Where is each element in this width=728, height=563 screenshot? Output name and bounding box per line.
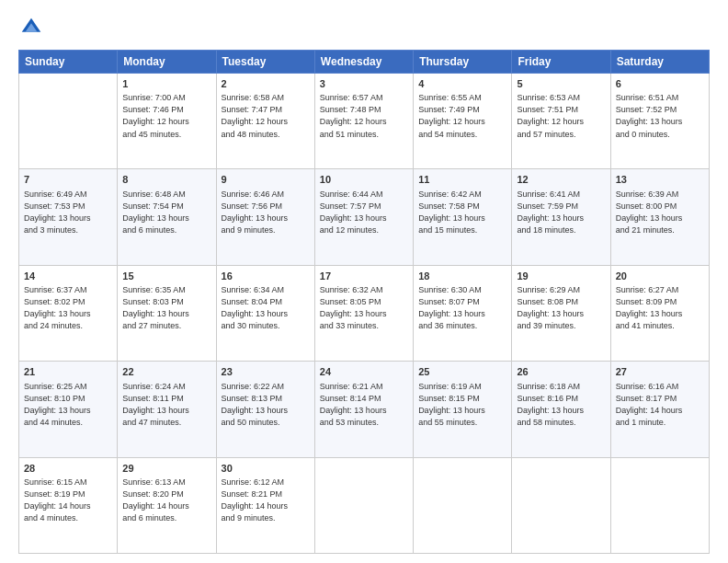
day-number: 14 — [24, 270, 112, 283]
day-cell-4: 4Sunrise: 6:55 AM Sunset: 7:49 PM Daylig… — [414, 74, 512, 169]
day-content: Sunrise: 6:24 AM Sunset: 8:11 PM Dayligh… — [122, 381, 210, 429]
calendar-page: SundayMondayTuesdayWednesdayThursdayFrid… — [0, 0, 728, 563]
day-content: Sunrise: 6:22 AM Sunset: 8:13 PM Dayligh… — [222, 381, 310, 429]
day-content: Sunrise: 6:39 AM Sunset: 8:00 PM Dayligh… — [616, 189, 704, 236]
week-row-1: 1Sunrise: 7:00 AM Sunset: 7:46 PM Daylig… — [19, 74, 710, 169]
day-number: 24 — [320, 365, 408, 379]
day-number: 28 — [24, 462, 112, 476]
day-content: Sunrise: 6:58 AM Sunset: 7:47 PM Dayligh… — [222, 92, 310, 140]
day-content: Sunrise: 6:42 AM Sunset: 7:58 PM Dayligh… — [418, 189, 506, 236]
empty-cell — [414, 457, 512, 553]
header — [18, 15, 710, 40]
day-number: 23 — [222, 365, 310, 379]
day-cell-15: 15Sunrise: 6:35 AM Sunset: 8:03 PM Dayli… — [118, 265, 216, 361]
header-row: SundayMondayTuesdayWednesdayThursdayFrid… — [19, 51, 710, 74]
day-content: Sunrise: 6:41 AM Sunset: 7:59 PM Dayligh… — [517, 189, 605, 236]
header-cell-friday: Friday — [512, 51, 610, 74]
day-cell-11: 11Sunrise: 6:42 AM Sunset: 7:58 PM Dayli… — [414, 169, 512, 265]
day-cell-25: 25Sunrise: 6:19 AM Sunset: 8:15 PM Dayli… — [414, 362, 512, 457]
day-cell-24: 24Sunrise: 6:21 AM Sunset: 8:14 PM Dayli… — [314, 362, 413, 457]
header-cell-tuesday: Tuesday — [216, 51, 314, 74]
day-number: 20 — [616, 270, 704, 283]
day-cell-17: 17Sunrise: 6:32 AM Sunset: 8:05 PM Dayli… — [314, 265, 413, 361]
day-content: Sunrise: 6:21 AM Sunset: 8:14 PM Dayligh… — [320, 381, 408, 429]
day-cell-23: 23Sunrise: 6:22 AM Sunset: 8:13 PM Dayli… — [216, 362, 314, 457]
day-cell-14: 14Sunrise: 6:37 AM Sunset: 8:02 PM Dayli… — [19, 265, 118, 361]
calendar-header: SundayMondayTuesdayWednesdayThursdayFrid… — [19, 51, 710, 74]
day-content: Sunrise: 6:46 AM Sunset: 7:56 PM Dayligh… — [222, 189, 310, 236]
day-number: 26 — [517, 365, 605, 379]
empty-cell — [610, 457, 709, 553]
day-content: Sunrise: 6:49 AM Sunset: 7:53 PM Dayligh… — [24, 189, 112, 236]
day-number: 5 — [517, 77, 605, 91]
day-number: 8 — [122, 173, 210, 187]
day-cell-12: 12Sunrise: 6:41 AM Sunset: 7:59 PM Dayli… — [512, 169, 610, 265]
day-number: 13 — [616, 173, 704, 187]
day-cell-30: 30Sunrise: 6:12 AM Sunset: 8:21 PM Dayli… — [216, 457, 314, 553]
header-cell-monday: Monday — [118, 51, 216, 74]
day-cell-16: 16Sunrise: 6:34 AM Sunset: 8:04 PM Dayli… — [216, 265, 314, 361]
empty-cell — [19, 74, 118, 169]
calendar-body: 1Sunrise: 7:00 AM Sunset: 7:46 PM Daylig… — [19, 74, 710, 554]
day-number: 21 — [24, 365, 112, 379]
logo-icon — [18, 15, 44, 40]
day-number: 25 — [418, 365, 506, 379]
day-cell-13: 13Sunrise: 6:39 AM Sunset: 8:00 PM Dayli… — [610, 169, 709, 265]
day-number: 1 — [122, 77, 210, 91]
day-number: 11 — [418, 173, 506, 187]
day-cell-22: 22Sunrise: 6:24 AM Sunset: 8:11 PM Dayli… — [118, 362, 216, 457]
empty-cell — [512, 457, 610, 553]
day-number: 10 — [320, 173, 408, 187]
header-cell-thursday: Thursday — [414, 51, 512, 74]
day-number: 22 — [122, 365, 210, 379]
day-content: Sunrise: 6:19 AM Sunset: 8:15 PM Dayligh… — [418, 381, 506, 429]
day-content: Sunrise: 7:00 AM Sunset: 7:46 PM Dayligh… — [122, 92, 210, 140]
week-row-4: 21Sunrise: 6:25 AM Sunset: 8:10 PM Dayli… — [19, 362, 710, 457]
day-content: Sunrise: 6:16 AM Sunset: 8:17 PM Dayligh… — [616, 381, 704, 429]
day-content: Sunrise: 6:57 AM Sunset: 7:48 PM Dayligh… — [320, 92, 408, 140]
day-content: Sunrise: 6:35 AM Sunset: 8:03 PM Dayligh… — [122, 284, 210, 332]
day-cell-26: 26Sunrise: 6:18 AM Sunset: 8:16 PM Dayli… — [512, 362, 610, 457]
day-number: 18 — [418, 270, 506, 283]
day-cell-9: 9Sunrise: 6:46 AM Sunset: 7:56 PM Daylig… — [216, 169, 314, 265]
day-content: Sunrise: 6:37 AM Sunset: 8:02 PM Dayligh… — [24, 284, 112, 332]
calendar-table: SundayMondayTuesdayWednesdayThursdayFrid… — [18, 50, 710, 554]
logo — [18, 15, 48, 40]
day-cell-21: 21Sunrise: 6:25 AM Sunset: 8:10 PM Dayli… — [19, 362, 118, 457]
header-cell-saturday: Saturday — [610, 51, 709, 74]
day-number: 3 — [320, 77, 408, 91]
day-number: 17 — [320, 270, 408, 283]
day-cell-6: 6Sunrise: 6:51 AM Sunset: 7:52 PM Daylig… — [610, 74, 709, 169]
day-cell-1: 1Sunrise: 7:00 AM Sunset: 7:46 PM Daylig… — [118, 74, 216, 169]
day-number: 4 — [418, 77, 506, 91]
day-number: 29 — [122, 462, 210, 476]
day-cell-7: 7Sunrise: 6:49 AM Sunset: 7:53 PM Daylig… — [19, 169, 118, 265]
day-cell-3: 3Sunrise: 6:57 AM Sunset: 7:48 PM Daylig… — [314, 74, 413, 169]
day-cell-29: 29Sunrise: 6:13 AM Sunset: 8:20 PM Dayli… — [118, 457, 216, 553]
week-row-2: 7Sunrise: 6:49 AM Sunset: 7:53 PM Daylig… — [19, 169, 710, 265]
day-content: Sunrise: 6:55 AM Sunset: 7:49 PM Dayligh… — [418, 92, 506, 140]
day-number: 7 — [24, 173, 112, 187]
day-cell-27: 27Sunrise: 6:16 AM Sunset: 8:17 PM Dayli… — [610, 362, 709, 457]
day-content: Sunrise: 6:32 AM Sunset: 8:05 PM Dayligh… — [320, 284, 408, 332]
day-content: Sunrise: 6:48 AM Sunset: 7:54 PM Dayligh… — [122, 189, 210, 236]
day-number: 16 — [222, 270, 310, 283]
day-content: Sunrise: 6:29 AM Sunset: 8:08 PM Dayligh… — [517, 284, 605, 332]
week-row-5: 28Sunrise: 6:15 AM Sunset: 8:19 PM Dayli… — [19, 457, 710, 553]
day-cell-28: 28Sunrise: 6:15 AM Sunset: 8:19 PM Dayli… — [19, 457, 118, 553]
day-number: 19 — [517, 270, 605, 283]
day-content: Sunrise: 6:34 AM Sunset: 8:04 PM Dayligh… — [222, 284, 310, 332]
day-content: Sunrise: 6:13 AM Sunset: 8:20 PM Dayligh… — [122, 477, 210, 524]
header-cell-wednesday: Wednesday — [314, 51, 413, 74]
day-number: 30 — [222, 462, 310, 476]
day-content: Sunrise: 6:12 AM Sunset: 8:21 PM Dayligh… — [222, 477, 310, 524]
day-cell-2: 2Sunrise: 6:58 AM Sunset: 7:47 PM Daylig… — [216, 74, 314, 169]
day-content: Sunrise: 6:30 AM Sunset: 8:07 PM Dayligh… — [418, 284, 506, 332]
day-content: Sunrise: 6:15 AM Sunset: 8:19 PM Dayligh… — [24, 477, 112, 524]
day-number: 27 — [616, 365, 704, 379]
day-number: 9 — [222, 173, 310, 187]
day-content: Sunrise: 6:27 AM Sunset: 8:09 PM Dayligh… — [616, 284, 704, 332]
day-content: Sunrise: 6:44 AM Sunset: 7:57 PM Dayligh… — [320, 189, 408, 236]
day-number: 2 — [222, 77, 310, 91]
day-content: Sunrise: 6:25 AM Sunset: 8:10 PM Dayligh… — [24, 381, 112, 429]
